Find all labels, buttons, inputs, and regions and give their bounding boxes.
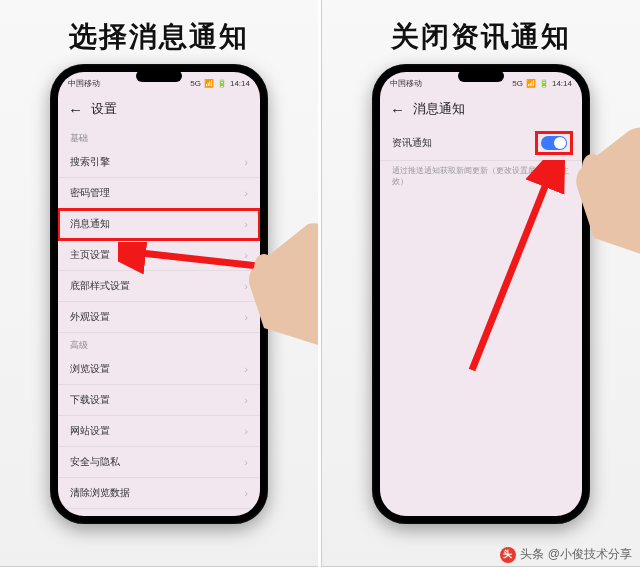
settings-row[interactable]: 搜索引擎› [58,147,260,178]
caption-left: 选择消息通知 [0,18,318,56]
clock-label: 14:14 [230,79,250,88]
camera-notch [458,70,504,82]
camera-notch [136,70,182,82]
pointing-hand [540,120,640,260]
chevron-right-icon: › [244,363,248,375]
toutiao-logo-icon: 头 [500,547,516,563]
row-label: 主页设置 [70,248,110,262]
row-label: 浏览设置 [70,362,110,376]
chevron-right-icon: › [244,425,248,437]
section-header: 基础 [58,126,260,147]
settings-row[interactable]: 清除浏览数据› [58,478,260,509]
row-label: 底部样式设置 [70,279,130,293]
row-label: 消息通知 [70,217,110,231]
panel-left: 选择消息通知 中国移动 5G 📶 🔋 14:14 ← 设置 基础搜索引擎›密码管… [0,0,318,566]
chevron-right-icon: › [244,394,248,406]
battery-icon: 🔋 [539,79,549,88]
chevron-right-icon: › [244,187,248,199]
carrier-label: 中国移动 [390,78,422,89]
toggle-label: 资讯通知 [392,136,432,150]
settings-row[interactable]: 密码管理› [58,178,260,209]
signal-icon: 📶 [526,79,536,88]
network-label: 5G [190,79,201,88]
back-icon[interactable]: ← [390,102,405,117]
chevron-right-icon: › [244,456,248,468]
page-title: 消息通知 [413,100,465,118]
clock-label: 14:14 [552,79,572,88]
settings-row[interactable]: 停止服务› [58,509,260,516]
chevron-right-icon: › [244,487,248,499]
chevron-right-icon: › [244,156,248,168]
row-label: 清除浏览数据 [70,486,130,500]
brand-label: 头条 [520,546,544,563]
panel-right: 关闭资讯通知 中国移动 5G 📶 🔋 14:14 ← 消息通知 资讯通知 [322,0,640,566]
author-label: @小俊技术分享 [548,546,632,563]
row-label: 密码管理 [70,186,110,200]
row-label: 安全与隐私 [70,455,120,469]
page-title: 设置 [91,100,117,118]
settings-row[interactable]: 安全与隐私› [58,447,260,478]
back-icon[interactable]: ← [68,102,83,117]
settings-row[interactable]: 浏览设置› [58,354,260,385]
panel-divider [318,0,321,567]
settings-row[interactable]: 下载设置› [58,385,260,416]
caption-right: 关闭资讯通知 [322,18,640,56]
watermark: 头 头条 @小俊技术分享 [500,546,632,563]
title-bar: ← 设置 [58,94,260,126]
row-label: 搜索引擎 [70,155,110,169]
svg-point-3 [582,154,602,182]
carrier-label: 中国移动 [68,78,100,89]
signal-icon: 📶 [204,79,214,88]
network-label: 5G [512,79,523,88]
row-label: 网站设置 [70,424,110,438]
settings-row[interactable]: 网站设置› [58,416,260,447]
row-label: 下载设置 [70,393,110,407]
svg-point-1 [254,254,274,282]
battery-icon: 🔋 [217,79,227,88]
row-label: 外观设置 [70,310,110,324]
